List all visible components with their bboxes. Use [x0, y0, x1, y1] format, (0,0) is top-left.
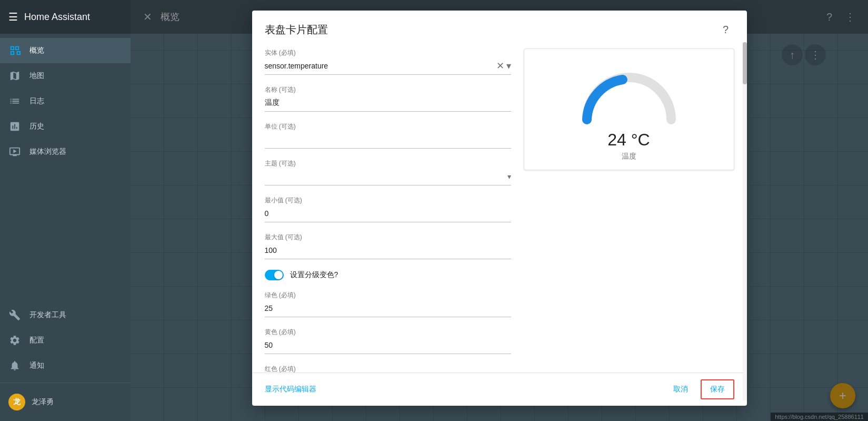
sidebar-item-notify[interactable]: 通知 — [0, 353, 131, 378]
sidebar-bottom: 开发者工具 配置 通知 龙 龙泽勇 — [0, 302, 131, 421]
yellow-field: 黄色 (必填) — [265, 328, 511, 354]
sidebar-item-log[interactable]: 日志 — [0, 89, 131, 114]
green-field: 绿色 (必填) — [265, 291, 511, 317]
sidebar-nav: 概览 地图 日志 历史 媒体浏览器 — [0, 34, 131, 302]
yellow-label: 黄色 (必填) — [265, 328, 511, 337]
modal-dialog: 表盘卡片配置 ? 实体 (必填) ✕ ▾ — [252, 11, 747, 406]
gauge-svg — [576, 62, 682, 130]
max-input[interactable] — [265, 244, 511, 257]
modal-body: 实体 (必填) ✕ ▾ 名称 (可选) — [252, 44, 747, 373]
modal-header: 表盘卡片配置 ? — [252, 11, 747, 44]
modal-scrollbar-thumb — [743, 42, 747, 84]
yellow-input-wrapper — [265, 339, 511, 354]
gauge-value: 24 °C — [607, 130, 650, 150]
sidebar-item-overview[interactable]: 概览 — [0, 38, 131, 63]
hamburger-icon[interactable]: ☰ — [8, 11, 18, 23]
form-section: 实体 (必填) ✕ ▾ 名称 (可选) — [265, 48, 511, 364]
max-input-wrapper — [265, 244, 511, 259]
modal-footer: 显示代码编辑器 取消 保存 — [252, 373, 747, 406]
theme-dropdown-icon: ▾ — [507, 172, 511, 181]
gauge-card: 24 °C 温度 — [524, 48, 734, 170]
name-field: 名称 (可选) — [265, 85, 511, 112]
min-input[interactable] — [265, 207, 511, 220]
preview-section: 24 °C 温度 — [524, 48, 734, 364]
theme-label: 主题 (可选) — [265, 159, 511, 168]
max-label: 最大值 (可选) — [265, 233, 511, 242]
red-field: 红色 (必填) — [265, 365, 511, 373]
code-editor-link[interactable]: 显示代码编辑器 — [265, 385, 316, 394]
modal-overlay: 表盘卡片配置 ? 实体 (必填) ✕ ▾ — [131, 0, 868, 421]
cancel-button[interactable]: 取消 — [665, 379, 696, 399]
media-icon — [8, 145, 21, 158]
config-icon — [8, 334, 21, 347]
modal-scrollbar[interactable] — [743, 42, 747, 400]
sidebar-divider — [0, 383, 131, 383]
gauge-name: 温度 — [622, 152, 636, 161]
min-field: 最小值 (可选) — [265, 196, 511, 222]
save-button[interactable]: 保存 — [701, 379, 734, 399]
green-input-wrapper — [265, 302, 511, 317]
sidebar-header: ☰ Home Assistant — [0, 0, 131, 34]
unit-label: 单位 (可选) — [265, 122, 511, 131]
sidebar-item-history[interactable]: 历史 — [0, 114, 131, 139]
notify-icon — [8, 359, 21, 372]
min-input-wrapper — [265, 207, 511, 222]
sidebar-item-history-label: 历史 — [29, 122, 44, 131]
green-input[interactable] — [265, 302, 511, 315]
sidebar: ☰ Home Assistant 概览 地图 日志 — [0, 0, 131, 421]
name-input-wrapper — [265, 96, 511, 112]
entity-input[interactable] — [265, 60, 496, 72]
sidebar-item-map-label: 地图 — [29, 71, 44, 81]
unit-input[interactable] — [265, 133, 511, 146]
red-label: 红色 (必填) — [265, 365, 511, 373]
toggle-knob — [274, 271, 283, 279]
name-label: 名称 (可选) — [265, 85, 511, 94]
sidebar-item-devtools-label: 开发者工具 — [29, 310, 66, 320]
unit-input-wrapper — [265, 133, 511, 149]
devtools-icon — [8, 309, 21, 321]
sidebar-item-config[interactable]: 配置 — [0, 328, 131, 353]
entity-label: 实体 (必填) — [265, 48, 511, 57]
sidebar-item-map[interactable]: 地图 — [0, 63, 131, 89]
modal-title: 表盘卡片配置 — [265, 23, 328, 37]
log-icon — [8, 95, 21, 107]
main-area: ✕ 概览 ? ⋮ ↑ ⋮ 表盘卡片配置 ? 实体 (必填) — [131, 0, 868, 421]
map-icon — [8, 70, 21, 82]
sidebar-item-config-label: 配置 — [29, 336, 44, 345]
entity-field: 实体 (必填) ✕ ▾ — [265, 48, 511, 75]
sidebar-item-media[interactable]: 媒体浏览器 — [0, 139, 131, 164]
modal-help-button[interactable]: ? — [717, 21, 734, 38]
sidebar-user[interactable]: 龙 龙泽勇 — [0, 387, 131, 417]
overview-icon — [8, 44, 21, 57]
sidebar-item-media-label: 媒体浏览器 — [29, 147, 66, 156]
toggle-label: 设置分级变色? — [290, 270, 338, 280]
gauge-container — [576, 62, 682, 130]
yellow-input[interactable] — [265, 339, 511, 351]
entity-dropdown-icon[interactable]: ▾ — [506, 60, 511, 72]
green-label: 绿色 (必填) — [265, 291, 511, 300]
app-title: Home Assistant — [24, 12, 90, 23]
theme-field: 主题 (可选) ▾ — [265, 159, 511, 185]
entity-input-icons: ✕ ▾ — [496, 60, 511, 72]
history-icon — [8, 120, 21, 133]
user-name: 龙泽勇 — [32, 397, 54, 407]
avatar: 龙 — [8, 394, 25, 410]
gradient-toggle[interactable] — [265, 270, 284, 280]
footer-buttons: 取消 保存 — [665, 379, 734, 399]
theme-select[interactable] — [265, 170, 507, 183]
sidebar-item-notify-label: 通知 — [29, 361, 44, 370]
min-label: 最小值 (可选) — [265, 196, 511, 205]
sidebar-item-log-label: 日志 — [29, 96, 44, 106]
entity-clear-icon[interactable]: ✕ — [496, 60, 504, 72]
sidebar-item-overview-label: 概览 — [29, 46, 44, 55]
unit-field: 单位 (可选) — [265, 122, 511, 149]
toggle-row: 设置分级变色? — [265, 270, 511, 280]
max-field: 最大值 (可选) — [265, 233, 511, 259]
name-input[interactable] — [265, 96, 511, 109]
entity-input-wrapper: ✕ ▾ — [265, 60, 511, 75]
sidebar-item-devtools[interactable]: 开发者工具 — [0, 302, 131, 328]
theme-select-wrapper: ▾ — [265, 170, 511, 185]
